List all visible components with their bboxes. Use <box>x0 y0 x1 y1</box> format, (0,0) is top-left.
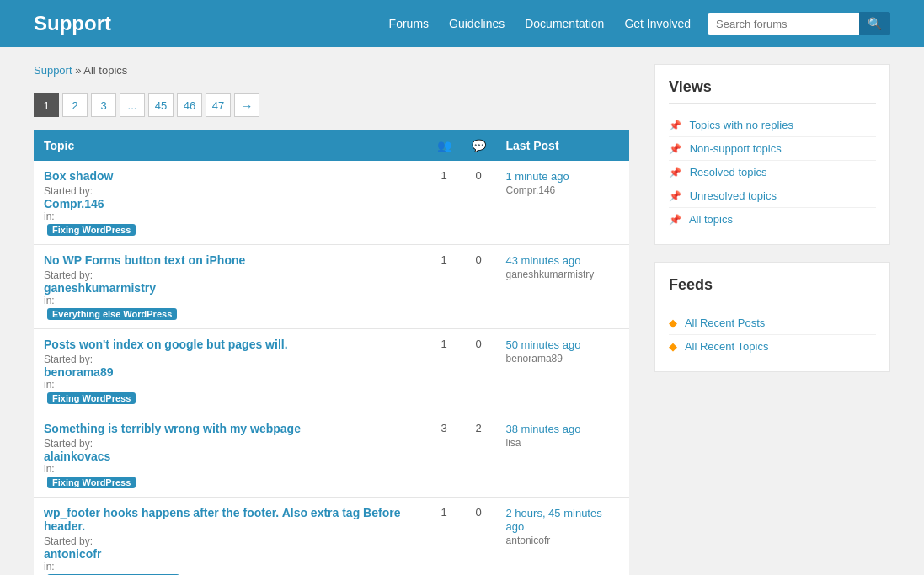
views-resolved[interactable]: Resolved topics <box>690 166 767 178</box>
replies-cell: 0 <box>462 498 496 576</box>
topic-author[interactable]: Compr.146 <box>44 197 417 210</box>
list-item: 📌 Unresolved topics <box>669 184 876 208</box>
table-row: No WP Forms button text on iPhone Starte… <box>34 245 629 329</box>
replies-cell: 2 <box>462 413 496 498</box>
topic-author[interactable]: ganeshkumarmistry <box>44 281 417 295</box>
list-item: 📌 Non-support topics <box>669 137 876 161</box>
feeds-section: Feeds ◆ All Recent Posts ◆ All Recent To… <box>654 262 890 372</box>
last-post-cell: 43 minutes ago ganeshkumarmistry <box>496 245 629 329</box>
main-layout: Support » All topics 1 2 3 ... 45 46 47 … <box>0 47 924 575</box>
feed-icon-2: ◆ <box>669 340 677 353</box>
breadcrumb-support[interactable]: Support <box>34 64 72 77</box>
last-post-time[interactable]: 43 minutes ago <box>506 254 581 267</box>
pin-icon-1: 📌 <box>669 120 681 131</box>
nav-get-involved[interactable]: Get Involved <box>624 17 691 30</box>
feeds-list: ◆ All Recent Posts ◆ All Recent Topics <box>669 311 876 358</box>
topic-meta: Started by: antonicofr in: Developing wi… <box>44 535 417 575</box>
sidebar: Views 📌 Topics with no replies 📌 Non-sup… <box>654 64 890 575</box>
last-post-cell: 1 minute ago Compr.146 <box>496 161 629 245</box>
views-no-replies[interactable]: Topics with no replies <box>689 119 793 131</box>
people-icon <box>437 139 451 152</box>
topic-meta: Started by: Compr.146 in: Fixing WordPre… <box>44 185 417 236</box>
topic-author[interactable]: benorama89 <box>44 365 417 379</box>
topics-table: Topic Last Post Box shadow Started by: C… <box>34 130 629 575</box>
last-post-time[interactable]: 1 minute ago <box>506 170 569 183</box>
page-46[interactable]: 46 <box>177 93 202 117</box>
topic-forum[interactable]: Fixing WordPress <box>44 475 417 488</box>
page-47[interactable]: 47 <box>206 93 231 117</box>
breadcrumb-current: All topics <box>83 64 127 77</box>
search-button[interactable]: 🔍 <box>859 12 890 35</box>
nav-documentation[interactable]: Documentation <box>525 17 604 30</box>
topic-link[interactable]: wp_footer hooks happens after the footer… <box>44 506 417 533</box>
topic-link[interactable]: Box shadow <box>44 169 417 183</box>
views-section: Views 📌 Topics with no replies 📌 Non-sup… <box>654 64 890 245</box>
last-post-cell: 50 minutes ago benorama89 <box>496 329 629 413</box>
page-45[interactable]: 45 <box>148 93 174 117</box>
last-post-time[interactable]: 2 hours, 45 minutes ago <box>506 507 602 533</box>
feeds-recent-posts[interactable]: All Recent Posts <box>685 317 765 329</box>
replies-cell: 0 <box>462 161 496 245</box>
content-area: Support » All topics 1 2 3 ... 45 46 47 … <box>34 64 629 575</box>
topic-cell: wp_footer hooks happens after the footer… <box>34 498 427 576</box>
last-post-time[interactable]: 38 minutes ago <box>506 423 581 435</box>
replies-cell: 0 <box>462 329 496 413</box>
search-wrap: 🔍 <box>708 12 890 35</box>
voices-cell: 1 <box>427 245 462 329</box>
feeds-recent-topics[interactable]: All Recent Topics <box>685 340 768 353</box>
topic-cell: Box shadow Started by: Compr.146 in: Fix… <box>34 161 427 245</box>
list-item: ◆ All Recent Posts <box>669 311 876 335</box>
topic-author[interactable]: antonicofr <box>44 547 417 561</box>
last-post-cell: 2 hours, 45 minutes ago antonicofr <box>496 498 629 576</box>
topic-forum[interactable]: Fixing WordPress <box>44 391 417 404</box>
page-2[interactable]: 2 <box>62 93 88 117</box>
topic-meta: Started by: ganeshkumarmistry in: Everyt… <box>44 269 417 320</box>
list-item: 📌 Topics with no replies <box>669 114 876 137</box>
replies-icon <box>472 139 486 152</box>
voices-cell: 1 <box>427 329 462 413</box>
nav-forums[interactable]: Forums <box>389 17 429 30</box>
pagination: 1 2 3 ... 45 46 47 → <box>34 93 629 117</box>
header: Support Forums Guidelines Documentation … <box>0 0 924 47</box>
topic-cell: No WP Forms button text on iPhone Starte… <box>34 245 427 329</box>
col-topic: Topic <box>34 130 427 161</box>
topic-author[interactable]: alainkovacs <box>44 450 417 463</box>
views-all-topics[interactable]: All topics <box>689 213 733 226</box>
table-row: Box shadow Started by: Compr.146 in: Fix… <box>34 161 629 245</box>
voices-cell: 3 <box>427 413 462 498</box>
table-row: Something is terribly wrong with my webp… <box>34 413 629 498</box>
topic-forum[interactable]: Fixing WordPress <box>44 222 417 236</box>
topic-link[interactable]: Posts won't index on google but pages wi… <box>44 338 417 351</box>
breadcrumb-separator: » <box>75 64 83 77</box>
pin-icon-2: 📌 <box>669 143 681 155</box>
list-item: 📌 All topics <box>669 208 876 231</box>
col-voices <box>427 130 462 161</box>
topic-cell: Posts won't index on google but pages wi… <box>34 329 427 413</box>
search-input[interactable] <box>708 13 859 35</box>
topic-cell: Something is terribly wrong with my webp… <box>34 413 427 498</box>
pin-icon-3: 📌 <box>669 167 681 178</box>
views-unresolved[interactable]: Unresolved topics <box>690 189 777 202</box>
page-1[interactable]: 1 <box>34 93 59 117</box>
list-item: ◆ All Recent Topics <box>669 335 876 358</box>
list-item: 📌 Resolved topics <box>669 161 876 184</box>
col-last-post: Last Post <box>496 130 629 161</box>
pin-icon-5: 📌 <box>669 214 681 226</box>
topic-meta: Started by: benorama89 in: Fixing WordPr… <box>44 354 417 404</box>
nav-guidelines[interactable]: Guidelines <box>449 17 505 30</box>
page-next[interactable]: → <box>234 93 259 117</box>
topic-meta: Started by: alainkovacs in: Fixing WordP… <box>44 438 417 488</box>
voices-cell: 1 <box>427 161 462 245</box>
last-post-time[interactable]: 50 minutes ago <box>506 338 581 351</box>
feeds-heading: Feeds <box>669 276 876 301</box>
topic-link[interactable]: No WP Forms button text on iPhone <box>44 253 417 267</box>
page-ellipsis: ... <box>120 93 145 117</box>
views-non-support[interactable]: Non-support topics <box>690 142 782 155</box>
topic-link[interactable]: Something is terribly wrong with my webp… <box>44 422 417 435</box>
topic-forum[interactable]: Everything else WordPress <box>44 306 417 320</box>
table-row: wp_footer hooks happens after the footer… <box>34 498 629 576</box>
voices-cell: 1 <box>427 498 462 576</box>
breadcrumb: Support » All topics <box>34 64 629 77</box>
last-post-user: antonicofr <box>506 535 619 546</box>
page-3[interactable]: 3 <box>91 93 116 117</box>
